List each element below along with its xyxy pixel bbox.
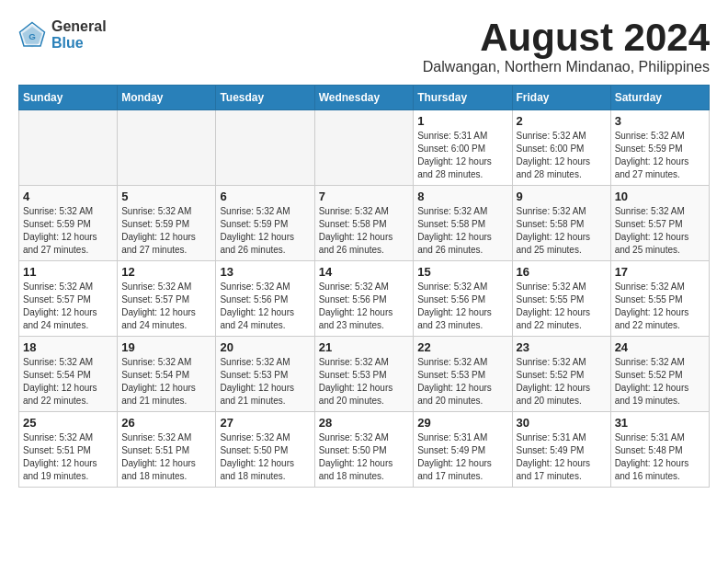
calendar-cell: 5Sunrise: 5:32 AM Sunset: 5:59 PM Daylig… (118, 186, 216, 261)
calendar-cell (19, 110, 118, 186)
calendar-cell: 19Sunrise: 5:32 AM Sunset: 5:54 PM Dayli… (118, 337, 216, 412)
day-number: 18 (23, 340, 113, 354)
day-info: Sunrise: 5:32 AM Sunset: 5:53 PM Dayligh… (417, 356, 507, 408)
calendar-cell: 28Sunrise: 5:32 AM Sunset: 5:50 PM Dayli… (314, 412, 414, 488)
day-info: Sunrise: 5:32 AM Sunset: 5:53 PM Dayligh… (319, 356, 410, 408)
day-number: 9 (517, 190, 607, 203)
calendar-cell: 8Sunrise: 5:32 AM Sunset: 5:58 PM Daylig… (414, 186, 512, 261)
day-info: Sunrise: 5:32 AM Sunset: 5:53 PM Dayligh… (220, 356, 310, 408)
day-number: 17 (615, 265, 705, 279)
calendar-cell: 7Sunrise: 5:32 AM Sunset: 5:58 PM Daylig… (314, 186, 414, 261)
day-number: 13 (220, 265, 310, 279)
calendar-week-row: 4Sunrise: 5:32 AM Sunset: 5:59 PM Daylig… (19, 186, 710, 261)
day-number: 3 (615, 114, 705, 128)
calendar-cell: 18Sunrise: 5:32 AM Sunset: 5:54 PM Dayli… (19, 337, 118, 412)
calendar-cell: 25Sunrise: 5:32 AM Sunset: 5:51 PM Dayli… (19, 412, 118, 488)
day-number: 23 (517, 340, 607, 354)
day-number: 28 (319, 416, 410, 430)
calendar-cell: 13Sunrise: 5:32 AM Sunset: 5:56 PM Dayli… (216, 261, 314, 337)
day-info: Sunrise: 5:32 AM Sunset: 5:52 PM Dayligh… (615, 356, 705, 408)
calendar-cell: 31Sunrise: 5:31 AM Sunset: 5:48 PM Dayli… (610, 412, 709, 488)
day-number: 16 (517, 265, 607, 279)
day-info: Sunrise: 5:31 AM Sunset: 5:49 PM Dayligh… (517, 431, 607, 483)
day-number: 8 (417, 190, 507, 203)
weekday-header-row: SundayMondayTuesdayWednesdayThursdayFrid… (19, 86, 710, 110)
day-info: Sunrise: 5:32 AM Sunset: 5:55 PM Dayligh… (517, 281, 607, 332)
weekday-header-sunday: Sunday (19, 86, 118, 110)
day-info: Sunrise: 5:32 AM Sunset: 6:00 PM Dayligh… (517, 130, 607, 181)
day-info: Sunrise: 5:32 AM Sunset: 5:57 PM Dayligh… (23, 281, 113, 332)
day-info: Sunrise: 5:32 AM Sunset: 5:51 PM Dayligh… (23, 431, 113, 483)
title-block: August 2024 Dalwangan, Northern Mindanao… (423, 18, 710, 75)
weekday-header-friday: Friday (512, 86, 610, 110)
day-info: Sunrise: 5:32 AM Sunset: 5:59 PM Dayligh… (23, 205, 113, 257)
day-number: 19 (121, 340, 211, 354)
calendar-cell: 27Sunrise: 5:32 AM Sunset: 5:50 PM Dayli… (216, 412, 314, 488)
calendar-cell: 11Sunrise: 5:32 AM Sunset: 5:57 PM Dayli… (19, 261, 118, 337)
day-info: Sunrise: 5:31 AM Sunset: 5:48 PM Dayligh… (615, 431, 705, 483)
calendar-week-row: 1Sunrise: 5:31 AM Sunset: 6:00 PM Daylig… (19, 110, 710, 186)
page-header: G General Blue August 2024 Dalwangan, No… (18, 18, 710, 75)
day-info: Sunrise: 5:32 AM Sunset: 5:59 PM Dayligh… (220, 205, 310, 257)
day-number: 14 (319, 265, 410, 279)
day-number: 26 (121, 416, 211, 430)
day-number: 4 (23, 190, 113, 203)
day-number: 10 (615, 190, 705, 203)
day-info: Sunrise: 5:32 AM Sunset: 5:51 PM Dayligh… (121, 431, 211, 483)
calendar-cell: 10Sunrise: 5:32 AM Sunset: 5:57 PM Dayli… (610, 186, 709, 261)
calendar-cell: 4Sunrise: 5:32 AM Sunset: 5:59 PM Daylig… (19, 186, 118, 261)
day-info: Sunrise: 5:32 AM Sunset: 5:50 PM Dayligh… (220, 431, 310, 483)
day-number: 1 (417, 114, 507, 128)
day-info: Sunrise: 5:32 AM Sunset: 5:58 PM Dayligh… (417, 205, 507, 257)
calendar-cell (216, 110, 314, 186)
day-info: Sunrise: 5:31 AM Sunset: 5:49 PM Dayligh… (417, 431, 507, 483)
day-number: 27 (220, 416, 310, 430)
calendar-cell: 14Sunrise: 5:32 AM Sunset: 5:56 PM Dayli… (314, 261, 414, 337)
weekday-header-saturday: Saturday (610, 86, 709, 110)
calendar-table: SundayMondayTuesdayWednesdayThursdayFrid… (18, 85, 710, 488)
day-number: 21 (319, 340, 410, 354)
day-info: Sunrise: 5:32 AM Sunset: 5:56 PM Dayligh… (417, 281, 507, 332)
weekday-header-wednesday: Wednesday (314, 86, 414, 110)
calendar-cell: 12Sunrise: 5:32 AM Sunset: 5:57 PM Dayli… (118, 261, 216, 337)
month-title: August 2024 (423, 18, 710, 57)
weekday-header-tuesday: Tuesday (216, 86, 314, 110)
day-info: Sunrise: 5:32 AM Sunset: 5:58 PM Dayligh… (517, 205, 607, 257)
location-title: Dalwangan, Northern Mindanao, Philippine… (423, 59, 710, 75)
calendar-cell (118, 110, 216, 186)
calendar-cell: 30Sunrise: 5:31 AM Sunset: 5:49 PM Dayli… (512, 412, 610, 488)
weekday-header-thursday: Thursday (414, 86, 512, 110)
day-number: 20 (220, 340, 310, 354)
day-info: Sunrise: 5:32 AM Sunset: 5:59 PM Dayligh… (121, 205, 211, 257)
calendar-cell: 3Sunrise: 5:32 AM Sunset: 5:59 PM Daylig… (610, 110, 709, 186)
calendar-cell: 2Sunrise: 5:32 AM Sunset: 6:00 PM Daylig… (512, 110, 610, 186)
calendar-cell: 9Sunrise: 5:32 AM Sunset: 5:58 PM Daylig… (512, 186, 610, 261)
day-info: Sunrise: 5:31 AM Sunset: 6:00 PM Dayligh… (417, 130, 507, 181)
day-number: 6 (220, 190, 310, 203)
day-info: Sunrise: 5:32 AM Sunset: 5:58 PM Dayligh… (319, 205, 410, 257)
day-info: Sunrise: 5:32 AM Sunset: 5:50 PM Dayligh… (319, 431, 410, 483)
calendar-cell: 16Sunrise: 5:32 AM Sunset: 5:55 PM Dayli… (512, 261, 610, 337)
day-info: Sunrise: 5:32 AM Sunset: 5:59 PM Dayligh… (615, 130, 705, 181)
day-number: 22 (417, 340, 507, 354)
calendar-cell: 24Sunrise: 5:32 AM Sunset: 5:52 PM Dayli… (610, 337, 709, 412)
calendar-week-row: 25Sunrise: 5:32 AM Sunset: 5:51 PM Dayli… (19, 412, 710, 488)
calendar-cell: 29Sunrise: 5:31 AM Sunset: 5:49 PM Dayli… (414, 412, 512, 488)
day-number: 24 (615, 340, 705, 354)
logo-blue: Blue (51, 35, 107, 52)
logo: G General Blue (18, 18, 107, 51)
day-info: Sunrise: 5:32 AM Sunset: 5:57 PM Dayligh… (121, 281, 211, 332)
day-number: 11 (23, 265, 113, 279)
calendar-cell: 26Sunrise: 5:32 AM Sunset: 5:51 PM Dayli… (118, 412, 216, 488)
calendar-cell: 6Sunrise: 5:32 AM Sunset: 5:59 PM Daylig… (216, 186, 314, 261)
day-number: 12 (121, 265, 211, 279)
day-info: Sunrise: 5:32 AM Sunset: 5:56 PM Dayligh… (220, 281, 310, 332)
day-number: 29 (417, 416, 507, 430)
calendar-week-row: 18Sunrise: 5:32 AM Sunset: 5:54 PM Dayli… (19, 337, 710, 412)
svg-text:G: G (28, 30, 36, 40)
logo-general: General (51, 18, 107, 35)
day-info: Sunrise: 5:32 AM Sunset: 5:55 PM Dayligh… (615, 281, 705, 332)
day-info: Sunrise: 5:32 AM Sunset: 5:56 PM Dayligh… (319, 281, 410, 332)
day-number: 31 (615, 416, 705, 430)
calendar-cell: 15Sunrise: 5:32 AM Sunset: 5:56 PM Dayli… (414, 261, 512, 337)
